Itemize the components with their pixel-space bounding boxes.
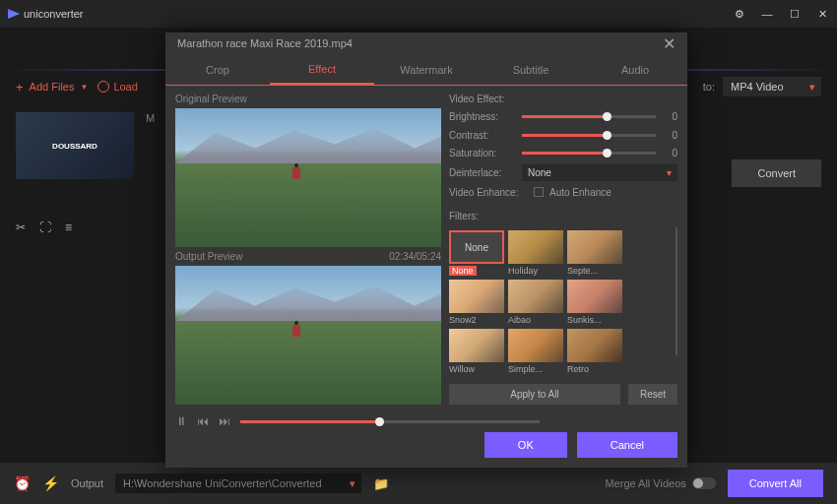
convert-to-label: to: <box>703 81 715 93</box>
filter-thumb <box>508 280 563 313</box>
filter-willow[interactable]: Willow <box>449 329 504 374</box>
add-files-label: Add Files <box>30 81 75 93</box>
crop-icon[interactable]: ⛶ <box>39 220 51 234</box>
minimize-button[interactable]: — <box>760 8 774 21</box>
edit-tools: ✂ ⛶ ≡ <box>16 220 134 234</box>
filter-retro[interactable]: Retro <box>567 329 622 374</box>
bottom-bar: ⏰ ⚡ Output H:\Wondershare UniConverter\C… <box>0 463 837 504</box>
preview-column: Original Preview Output Preview 02:34/05… <box>175 92 441 405</box>
effect-controls: Video Effect: Brightness: 0 Contrast: 0 … <box>449 92 677 405</box>
modal-tabs: Crop Effect Watermark Subtitle Audio <box>165 54 687 86</box>
output-label: Output <box>71 477 103 489</box>
titlebar: uniconverter ⚙ — ☐ ✕ <box>0 0 837 28</box>
output-path-select[interactable]: H:\Wondershare UniConverter\Converted <box>115 473 361 493</box>
contrast-label: Contrast: <box>449 130 516 141</box>
filter-label: Septe... <box>567 266 622 276</box>
play-pause-icon[interactable]: ⏸ <box>175 414 187 428</box>
filter-thumb <box>508 329 563 362</box>
tab-crop[interactable]: Crop <box>165 54 270 85</box>
auto-enhance-checkbox[interactable] <box>534 187 544 197</box>
filters-grid: None None Holiday Septe... Snow2 <box>449 230 674 374</box>
convert-button[interactable]: Convert <box>732 159 821 187</box>
apply-all-button[interactable]: Apply to All <box>449 384 620 405</box>
filter-aibao[interactable]: Aibao <box>508 280 563 325</box>
close-button[interactable]: ✕ <box>815 8 829 21</box>
output-path-value: H:\Wondershare UniConverter\Converted <box>123 477 322 489</box>
playback-slider[interactable] <box>240 420 540 423</box>
auto-enhance-label: Auto Enhance <box>549 187 612 198</box>
filter-thumb <box>449 280 504 313</box>
add-files-button[interactable]: + Add Files ▼ <box>16 80 88 94</box>
filter-thumb <box>508 230 563 264</box>
cancel-button[interactable]: Cancel <box>577 432 677 458</box>
original-preview-label: Original Preview <box>175 94 247 104</box>
saturation-label: Saturation: <box>449 148 516 158</box>
deinterlace-value: None <box>528 167 551 178</box>
enhance-label: Video Enhance: <box>449 187 528 198</box>
output-format-select[interactable]: MP4 Video <box>723 77 821 96</box>
filters-heading: Filters: <box>449 211 479 221</box>
contrast-value: 0 <box>666 130 677 141</box>
filter-none[interactable]: None None <box>449 230 504 276</box>
brightness-label: Brightness: <box>449 111 516 122</box>
filter-september[interactable]: Septe... <box>567 230 622 276</box>
video-thumbnail[interactable] <box>16 112 134 179</box>
timecode: 02:34/05:24 <box>389 251 441 262</box>
filter-label: Retro <box>567 364 622 374</box>
original-preview <box>175 108 441 247</box>
brightness-slider[interactable] <box>522 115 656 118</box>
convert-all-button[interactable]: Convert All <box>728 470 823 497</box>
playback-controls: ⏸ ⏮ ⏭ <box>165 410 687 432</box>
trim-icon[interactable]: ✂ <box>16 220 26 234</box>
merge-toggle[interactable] <box>692 477 716 489</box>
deinterlace-label: Deinterlace: <box>449 167 516 178</box>
filter-label: None <box>449 266 477 276</box>
filters-scrollbar[interactable] <box>676 227 677 355</box>
load-dvd-button[interactable]: Load <box>97 81 137 93</box>
deinterlace-select[interactable]: None <box>522 164 677 181</box>
ok-button[interactable]: OK <box>484 432 567 458</box>
tab-effect[interactable]: Effect <box>270 54 374 85</box>
filter-label: Simple... <box>508 364 563 374</box>
video-effect-heading: Video Effect: <box>449 94 504 104</box>
merge-toggle-group: Merge All Videos <box>605 477 715 489</box>
file-badge: M <box>146 112 155 124</box>
next-frame-icon[interactable]: ⏭ <box>219 414 230 428</box>
saturation-slider[interactable] <box>522 152 656 155</box>
filter-label: Holiday <box>508 266 563 276</box>
gpu-icon[interactable]: ⚡ <box>42 475 59 491</box>
format-value: MP4 Video <box>731 81 784 93</box>
logo-icon <box>8 9 20 19</box>
effect-editor-modal: Marathon race Maxi Race 2019.mp4 ✕ Crop … <box>165 32 687 468</box>
reset-button[interactable]: Reset <box>628 384 677 405</box>
effect-icon[interactable]: ≡ <box>65 220 72 234</box>
modal-footer: OK Cancel <box>165 432 687 468</box>
filter-sunkiss[interactable]: Sunkis... <box>567 280 622 325</box>
contrast-slider[interactable] <box>522 134 656 137</box>
filter-label: Aibao <box>508 315 563 325</box>
tab-subtitle[interactable]: Subtitle <box>479 54 583 85</box>
tab-watermark[interactable]: Watermark <box>374 54 479 85</box>
tab-audio[interactable]: Audio <box>583 54 687 85</box>
close-icon[interactable]: ✕ <box>663 34 676 53</box>
settings-icon[interactable]: ⚙ <box>733 8 746 21</box>
output-preview-label: Output Preview <box>175 251 242 262</box>
open-folder-icon[interactable]: 📁 <box>373 476 389 491</box>
filter-simple[interactable]: Simple... <box>508 329 563 374</box>
saturation-value: 0 <box>666 148 677 158</box>
prev-frame-icon[interactable]: ⏮ <box>197 414 209 428</box>
filter-label: Sunkis... <box>567 315 622 325</box>
modal-body: Original Preview Output Preview 02:34/05… <box>165 86 687 410</box>
filter-thumb <box>567 280 622 313</box>
filter-label: Willow <box>449 364 504 374</box>
filter-holiday[interactable]: Holiday <box>508 230 563 276</box>
maximize-button[interactable]: ☐ <box>788 8 802 21</box>
chevron-down-icon[interactable]: ▼ <box>80 83 88 92</box>
modal-header: Marathon race Maxi Race 2019.mp4 ✕ <box>165 32 687 54</box>
filter-label: Snow2 <box>449 315 504 325</box>
filter-thumb <box>567 329 622 362</box>
schedule-icon[interactable]: ⏰ <box>14 475 31 491</box>
load-label: Load <box>113 81 137 93</box>
brightness-value: 0 <box>666 111 677 122</box>
filter-snow2[interactable]: Snow2 <box>449 280 504 325</box>
